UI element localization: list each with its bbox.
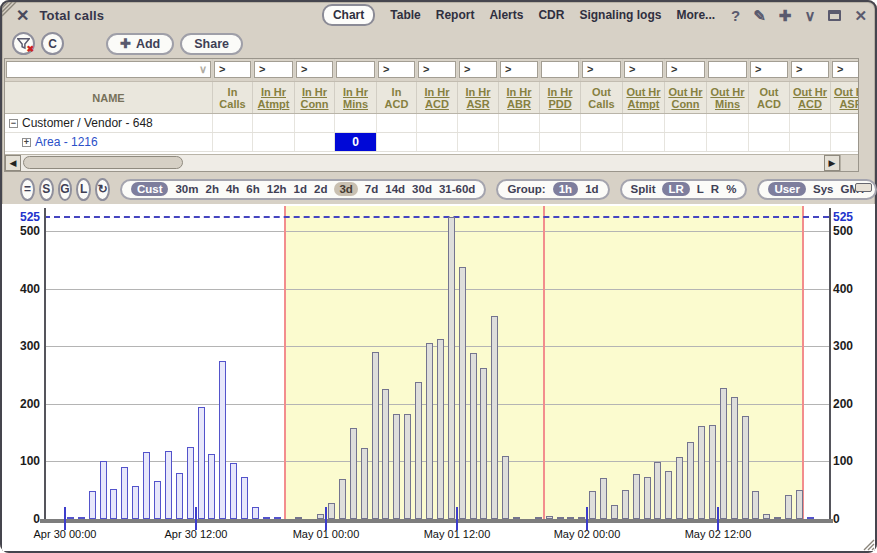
chart-tool-g-button[interactable]: G [58, 178, 73, 201]
time-range-group-option-14d[interactable]: 14d [385, 183, 405, 195]
column-header-11[interactable]: Out HrAtmpt [623, 82, 665, 113]
menu-item-more-[interactable]: More... [676, 8, 715, 22]
menu-item-alerts[interactable]: Alerts [489, 8, 523, 22]
help-icon[interactable]: ? [731, 8, 740, 23]
time-range-group-option-7d[interactable]: 7d [365, 183, 378, 195]
time-range-group-option-12h[interactable]: 12h [267, 183, 287, 195]
chevron-down-icon[interactable]: ∨ [199, 62, 207, 77]
column-filter-input[interactable]: > [582, 61, 621, 78]
column-filter-input[interactable]: > [378, 61, 415, 78]
column-filter-input[interactable]: > [791, 61, 829, 78]
window-drag-icon[interactable]: ✕ [16, 6, 29, 25]
bar-hour-35 [448, 217, 455, 519]
table-row[interactable]: −Customer / Vendor - 648 [5, 114, 858, 133]
selected-cell-value[interactable]: 0 [335, 133, 376, 151]
time-range-group-option-30m[interactable]: 30m [175, 183, 198, 195]
menu-item-chart[interactable]: Chart [322, 4, 375, 26]
resize-grip-topleft[interactable] [2, 2, 18, 18]
timezone-group-option-user[interactable]: User [768, 182, 806, 196]
menu-item-report[interactable]: Report [436, 8, 475, 22]
row-name-label[interactable]: Area - 1216 [35, 135, 98, 149]
group-by-group-option-1h[interactable]: 1h [553, 182, 578, 196]
column-header-13[interactable]: Out HrMins [707, 82, 749, 113]
time-range-group-option-30d[interactable]: 30d [412, 183, 432, 195]
column-filter-input[interactable] [541, 61, 579, 78]
minus-expander-icon[interactable]: − [9, 119, 18, 128]
chart-tool-s-button[interactable]: S [39, 178, 54, 201]
refresh-button[interactable]: ↻ [95, 178, 110, 201]
collapse-icon[interactable]: ∨ [804, 8, 815, 23]
column-header-7[interactable]: In HrASR [458, 82, 499, 113]
horizontal-scrollbar[interactable]: ◀ ▶ [5, 154, 858, 171]
split-group-option-l[interactable]: L [697, 183, 704, 195]
column-header-5[interactable]: InACD [377, 82, 417, 113]
column-header-name[interactable]: NAME [5, 82, 213, 113]
column-filter-input[interactable]: > [624, 61, 663, 78]
y-axis-label-right-0: 0 [833, 512, 873, 526]
column-filter-input[interactable]: > [254, 61, 293, 78]
column-header-8[interactable]: In HrABR [499, 82, 540, 113]
column-header-14[interactable]: OutACD [749, 82, 790, 113]
maximize-icon[interactable] [828, 10, 841, 21]
column-header-2[interactable]: In HrAtmpt [253, 82, 295, 113]
time-range-group-option-2d[interactable]: 2d [314, 183, 327, 195]
time-range-group-option-6h[interactable]: 6h [246, 183, 259, 195]
column-header-4[interactable]: In HrMins [335, 82, 377, 113]
time-range-group-option-2h[interactable]: 2h [206, 183, 219, 195]
scroll-right-button[interactable]: ▶ [824, 155, 840, 171]
menu-item-signaling-logs[interactable]: Signaling logs [579, 8, 661, 22]
column-filter-input[interactable]: ∨ [6, 61, 211, 78]
time-range-group-option-1d[interactable]: 1d [294, 183, 307, 195]
chart-collapse-handle[interactable] [855, 183, 872, 192]
scrollbar-track[interactable] [21, 155, 824, 171]
column-header-16[interactable]: Out HrASR [831, 82, 859, 113]
split-group-option-%[interactable]: % [726, 183, 736, 195]
menu-item-cdr[interactable]: CDR [538, 8, 564, 22]
page-title: Total calls [39, 8, 104, 23]
time-range-group-option-31-60d[interactable]: 31-60d [439, 183, 475, 195]
column-filter-input[interactable]: > [832, 61, 859, 78]
time-range-group-custom[interactable]: Cust [131, 182, 169, 196]
column-header-12[interactable]: Out HrConn [665, 82, 707, 113]
column-header-15[interactable]: Out HrACD [790, 82, 831, 113]
chart-tool-=-button[interactable]: = [20, 178, 35, 201]
x-tick-label-5: May 02 12:00 [672, 528, 764, 542]
column-filter-input[interactable]: > [666, 61, 705, 78]
menu-item-table[interactable]: Table [390, 8, 420, 22]
chart-tool-l-button[interactable]: L [76, 178, 91, 201]
column-filter-input[interactable] [708, 61, 747, 78]
filter-button[interactable]: ✖ [12, 32, 35, 55]
split-group-option-lr[interactable]: LR [662, 182, 689, 196]
plus-expander-icon[interactable]: + [22, 138, 31, 147]
timezone-group-option-sys[interactable]: Sys [813, 183, 833, 195]
scroll-left-button[interactable]: ◀ [5, 155, 21, 171]
add-icon[interactable]: ✚ [779, 8, 792, 23]
row-cell [623, 133, 665, 151]
edit-icon[interactable]: ✎ [753, 8, 766, 23]
columns-button[interactable]: C [41, 32, 64, 55]
resize-grip-bottomright[interactable] [860, 536, 875, 551]
column-header-10[interactable]: OutCalls [581, 82, 623, 113]
column-header-3[interactable]: In HrConn [295, 82, 335, 113]
column-filter-input[interactable]: > [750, 61, 788, 78]
column-filter-input[interactable]: > [214, 61, 251, 78]
time-range-group-option-3d[interactable]: 3d [334, 182, 357, 196]
share-button[interactable]: Share [180, 33, 243, 55]
calls-bar-chart[interactable]: Apr 30 00:00Apr 30 12:00May 01 00:00May … [2, 204, 875, 551]
column-filter-input[interactable]: > [296, 61, 333, 78]
split-group-option-r[interactable]: R [711, 183, 719, 195]
time-range-group-option-4h[interactable]: 4h [226, 183, 239, 195]
column-header-9[interactable]: In HrPDD [540, 82, 581, 113]
close-icon[interactable]: ✕ [854, 8, 867, 23]
group-by-group-option-1d[interactable]: 1d [585, 183, 598, 195]
add-button[interactable]: ✚ Add [106, 33, 174, 55]
column-header-6[interactable]: In HrACD [417, 82, 458, 113]
column-filter-input[interactable]: > [500, 61, 538, 78]
column-filter-input[interactable] [336, 61, 375, 78]
column-header-1[interactable]: InCalls [213, 82, 253, 113]
row-name-label[interactable]: Customer / Vendor - 648 [22, 116, 153, 130]
column-filter-input[interactable]: > [459, 61, 497, 78]
table-row[interactable]: +Area - 12160 [5, 133, 858, 152]
column-filter-input[interactable]: > [418, 61, 456, 78]
scrollbar-thumb[interactable] [23, 156, 183, 169]
